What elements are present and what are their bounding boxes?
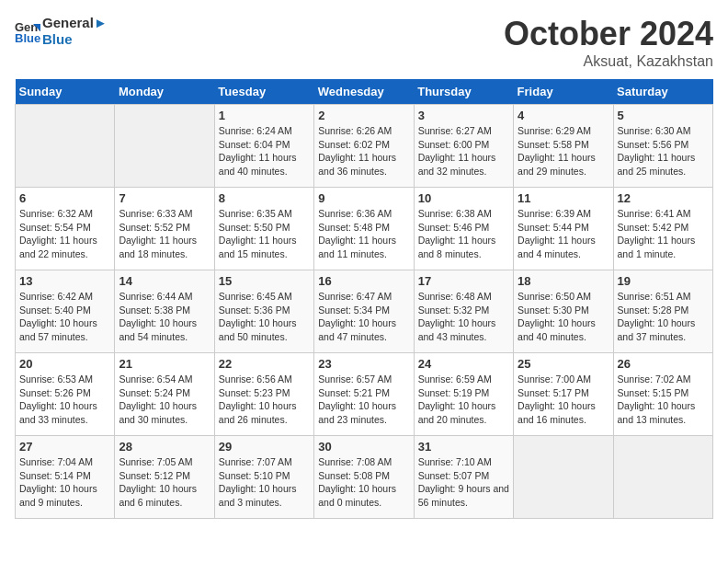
calendar-cell: 27Sunrise: 7:04 AMSunset: 5:14 PMDayligh…	[16, 436, 115, 519]
day-info: Sunrise: 6:44 AMSunset: 5:38 PMDaylight:…	[119, 290, 210, 344]
day-number: 10	[418, 191, 509, 205]
calendar-cell: 10Sunrise: 6:38 AMSunset: 5:46 PMDayligh…	[414, 188, 513, 270]
day-info: Sunrise: 6:26 AMSunset: 6:02 PMDaylight:…	[318, 124, 409, 178]
day-number: 31	[418, 440, 509, 454]
calendar-cell: 13Sunrise: 6:42 AMSunset: 5:40 PMDayligh…	[16, 270, 115, 353]
day-info: Sunrise: 7:05 AMSunset: 5:12 PMDaylight:…	[119, 455, 210, 510]
calendar-cell: 7Sunrise: 6:33 AMSunset: 5:52 PMDaylight…	[115, 188, 214, 270]
day-number: 25	[518, 357, 609, 371]
calendar-cell	[115, 105, 214, 188]
calendar-week-4: 20Sunrise: 6:53 AMSunset: 5:26 PMDayligh…	[16, 353, 713, 436]
day-number: 11	[518, 191, 609, 205]
day-info: Sunrise: 6:32 AMSunset: 5:54 PMDaylight:…	[19, 207, 110, 261]
day-number: 1	[219, 109, 310, 122]
day-info: Sunrise: 6:35 AMSunset: 5:50 PMDaylight:…	[219, 207, 310, 261]
day-info: Sunrise: 6:42 AMSunset: 5:40 PMDaylight:…	[19, 290, 110, 344]
day-info: Sunrise: 7:07 AMSunset: 5:10 PMDaylight:…	[219, 455, 310, 510]
calendar-cell: 29Sunrise: 7:07 AMSunset: 5:10 PMDayligh…	[214, 436, 313, 519]
day-info: Sunrise: 6:29 AMSunset: 5:58 PMDaylight:…	[518, 124, 609, 178]
day-info: Sunrise: 7:08 AMSunset: 5:08 PMDaylight:…	[318, 455, 409, 510]
calendar-cell: 21Sunrise: 6:54 AMSunset: 5:24 PMDayligh…	[115, 353, 214, 436]
day-number: 22	[219, 357, 310, 371]
weekday-header-saturday: Saturday	[613, 79, 712, 105]
day-info: Sunrise: 7:10 AMSunset: 5:07 PMDaylight:…	[418, 455, 509, 510]
calendar-cell: 4Sunrise: 6:29 AMSunset: 5:58 PMDaylight…	[514, 105, 613, 188]
weekday-header-wednesday: Wednesday	[314, 79, 414, 105]
calendar-cell: 17Sunrise: 6:48 AMSunset: 5:32 PMDayligh…	[414, 270, 513, 353]
calendar-table: SundayMondayTuesdayWednesdayThursdayFrid…	[15, 79, 713, 519]
day-number: 14	[119, 274, 210, 288]
calendar-week-2: 6Sunrise: 6:32 AMSunset: 5:54 PMDaylight…	[16, 188, 713, 270]
day-info: Sunrise: 6:27 AMSunset: 6:00 PMDaylight:…	[418, 124, 509, 178]
day-info: Sunrise: 6:45 AMSunset: 5:36 PMDaylight:…	[219, 290, 310, 344]
page-header: General Blue General► Blue October 2024 …	[15, 15, 713, 70]
calendar-cell: 31Sunrise: 7:10 AMSunset: 5:07 PMDayligh…	[414, 436, 513, 519]
logo: General Blue General► Blue	[15, 15, 108, 48]
calendar-cell: 6Sunrise: 6:32 AMSunset: 5:54 PMDaylight…	[16, 188, 115, 270]
calendar-week-3: 13Sunrise: 6:42 AMSunset: 5:40 PMDayligh…	[16, 270, 713, 353]
day-number: 6	[19, 191, 110, 205]
day-info: Sunrise: 6:51 AMSunset: 5:28 PMDaylight:…	[618, 290, 709, 344]
day-info: Sunrise: 7:04 AMSunset: 5:14 PMDaylight:…	[19, 455, 110, 510]
day-info: Sunrise: 6:56 AMSunset: 5:23 PMDaylight:…	[219, 373, 310, 427]
month-title: October 2024	[504, 15, 713, 53]
day-number: 21	[119, 357, 210, 371]
calendar-cell: 9Sunrise: 6:36 AMSunset: 5:48 PMDaylight…	[314, 188, 414, 270]
calendar-cell: 12Sunrise: 6:41 AMSunset: 5:42 PMDayligh…	[613, 188, 712, 270]
day-info: Sunrise: 6:59 AMSunset: 5:19 PMDaylight:…	[418, 373, 509, 427]
logo-general: General►	[42, 15, 108, 31]
day-number: 7	[119, 191, 210, 205]
calendar-cell: 20Sunrise: 6:53 AMSunset: 5:26 PMDayligh…	[16, 353, 115, 436]
day-number: 3	[418, 109, 509, 122]
weekday-header-thursday: Thursday	[414, 79, 513, 105]
day-number: 5	[618, 109, 709, 122]
calendar-header: SundayMondayTuesdayWednesdayThursdayFrid…	[16, 79, 713, 105]
calendar-cell: 25Sunrise: 7:00 AMSunset: 5:17 PMDayligh…	[514, 353, 613, 436]
calendar-week-1: 1Sunrise: 6:24 AMSunset: 6:04 PMDaylight…	[16, 105, 713, 188]
day-number: 29	[219, 440, 310, 454]
day-number: 26	[618, 357, 709, 371]
day-info: Sunrise: 6:47 AMSunset: 5:34 PMDaylight:…	[318, 290, 409, 344]
day-info: Sunrise: 6:30 AMSunset: 5:56 PMDaylight:…	[618, 124, 709, 178]
day-number: 4	[518, 109, 609, 122]
day-number: 16	[318, 274, 409, 288]
day-info: Sunrise: 7:02 AMSunset: 5:15 PMDaylight:…	[618, 373, 709, 427]
calendar-week-5: 27Sunrise: 7:04 AMSunset: 5:14 PMDayligh…	[16, 436, 713, 519]
day-number: 13	[19, 274, 110, 288]
calendar-cell: 30Sunrise: 7:08 AMSunset: 5:08 PMDayligh…	[314, 436, 414, 519]
calendar-body: 1Sunrise: 6:24 AMSunset: 6:04 PMDaylight…	[16, 105, 713, 519]
day-number: 8	[219, 191, 310, 205]
calendar-cell: 1Sunrise: 6:24 AMSunset: 6:04 PMDaylight…	[214, 105, 313, 188]
calendar-cell	[613, 436, 712, 519]
day-number: 18	[518, 274, 609, 288]
logo-blue: Blue	[42, 31, 108, 48]
day-info: Sunrise: 6:36 AMSunset: 5:48 PMDaylight:…	[318, 207, 409, 261]
calendar-cell: 16Sunrise: 6:47 AMSunset: 5:34 PMDayligh…	[314, 270, 414, 353]
calendar-cell: 22Sunrise: 6:56 AMSunset: 5:23 PMDayligh…	[214, 353, 313, 436]
day-number: 23	[318, 357, 409, 371]
calendar-cell: 23Sunrise: 6:57 AMSunset: 5:21 PMDayligh…	[314, 353, 414, 436]
day-number: 9	[318, 191, 409, 205]
title-block: October 2024 Aksuat, Kazakhstan	[504, 15, 713, 70]
day-number: 24	[418, 357, 509, 371]
calendar-cell: 11Sunrise: 6:39 AMSunset: 5:44 PMDayligh…	[514, 188, 613, 270]
day-number: 20	[19, 357, 110, 371]
day-info: Sunrise: 6:41 AMSunset: 5:42 PMDaylight:…	[618, 207, 709, 261]
calendar-cell: 14Sunrise: 6:44 AMSunset: 5:38 PMDayligh…	[115, 270, 214, 353]
day-number: 19	[618, 274, 709, 288]
day-number: 17	[418, 274, 509, 288]
day-number: 15	[219, 274, 310, 288]
day-info: Sunrise: 6:24 AMSunset: 6:04 PMDaylight:…	[219, 124, 310, 178]
day-info: Sunrise: 6:38 AMSunset: 5:46 PMDaylight:…	[418, 207, 509, 261]
day-info: Sunrise: 6:33 AMSunset: 5:52 PMDaylight:…	[119, 207, 210, 261]
weekday-header-tuesday: Tuesday	[214, 79, 313, 105]
calendar-cell: 24Sunrise: 6:59 AMSunset: 5:19 PMDayligh…	[414, 353, 513, 436]
calendar-cell	[16, 105, 115, 188]
calendar-cell: 28Sunrise: 7:05 AMSunset: 5:12 PMDayligh…	[115, 436, 214, 519]
day-number: 30	[318, 440, 409, 454]
day-info: Sunrise: 6:53 AMSunset: 5:26 PMDaylight:…	[19, 373, 110, 427]
day-number: 12	[618, 191, 709, 205]
weekday-header-sunday: Sunday	[16, 79, 115, 105]
calendar-cell: 18Sunrise: 6:50 AMSunset: 5:30 PMDayligh…	[514, 270, 613, 353]
calendar-cell: 19Sunrise: 6:51 AMSunset: 5:28 PMDayligh…	[613, 270, 712, 353]
